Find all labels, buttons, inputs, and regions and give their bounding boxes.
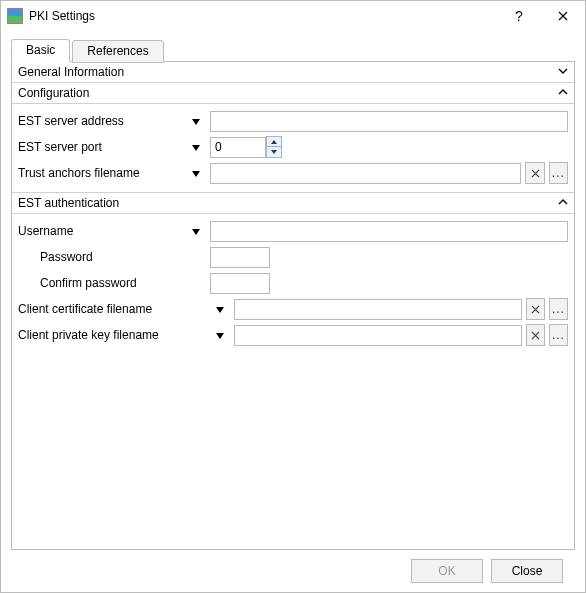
input-username[interactable] xyxy=(210,221,568,242)
tab-basic[interactable]: Basic xyxy=(11,39,70,62)
input-client-cert-filename[interactable] xyxy=(234,299,522,320)
row-password: Password xyxy=(18,244,568,270)
label-confirm-password: Confirm password xyxy=(18,276,137,290)
label-client-cert-filename: Client certificate filename xyxy=(18,302,152,316)
section-title-general-info: General Information xyxy=(18,65,124,79)
x-icon xyxy=(531,169,540,178)
app-icon xyxy=(7,8,23,24)
clear-button[interactable] xyxy=(526,324,545,346)
x-icon xyxy=(531,305,540,314)
clear-button[interactable] xyxy=(526,298,545,320)
section-body-configuration: EST server address EST server port xyxy=(12,104,574,193)
row-username: Username xyxy=(18,218,568,244)
dialog-footer: OK Close xyxy=(11,550,575,592)
spin-up-button[interactable] xyxy=(266,136,282,147)
input-client-priv-key-filename[interactable] xyxy=(234,325,522,346)
ok-button[interactable]: OK xyxy=(411,559,483,583)
close-button[interactable]: Close xyxy=(491,559,563,583)
section-header-general-info[interactable]: General Information xyxy=(12,62,574,83)
section-body-est-auth: Username Password Con xyxy=(12,214,574,354)
clear-button[interactable] xyxy=(525,162,544,184)
dropdown-icon[interactable] xyxy=(216,302,228,316)
browse-button[interactable]: ... xyxy=(549,324,568,346)
window-title: PKI Settings xyxy=(29,9,497,23)
label-est-server-port: EST server port xyxy=(18,140,102,154)
input-trust-anchors-filename[interactable] xyxy=(210,163,521,184)
x-icon xyxy=(531,331,540,340)
dropdown-icon[interactable] xyxy=(192,166,204,180)
tab-page-basic: General Information Configuration EST se… xyxy=(11,61,575,550)
tab-strip: Basic References xyxy=(11,39,575,62)
section-title-configuration: Configuration xyxy=(18,86,89,100)
label-username: Username xyxy=(18,224,73,238)
row-trust-anchors-filename: Trust anchors filename ... xyxy=(18,160,568,186)
label-trust-anchors-filename: Trust anchors filename xyxy=(18,166,140,180)
close-window-button[interactable] xyxy=(541,1,585,31)
dropdown-icon[interactable] xyxy=(192,140,204,154)
input-confirm-password[interactable] xyxy=(210,273,270,294)
row-client-cert-filename: Client certificate filename ... xyxy=(18,296,568,322)
label-est-server-address: EST server address xyxy=(18,114,124,128)
section-header-est-auth[interactable]: EST authentication xyxy=(12,193,574,214)
help-button[interactable]: ? xyxy=(497,1,541,31)
section-header-configuration[interactable]: Configuration xyxy=(12,83,574,104)
dropdown-icon[interactable] xyxy=(216,328,228,342)
spin-down-button[interactable] xyxy=(266,147,282,158)
dropdown-icon[interactable] xyxy=(192,114,204,128)
row-client-priv-key-filename: Client private key filename ... xyxy=(18,322,568,348)
title-bar: PKI Settings ? xyxy=(1,1,585,31)
row-est-server-port: EST server port xyxy=(18,134,568,160)
spin-est-server-port xyxy=(210,136,282,158)
dropdown-icon[interactable] xyxy=(192,224,204,238)
label-password: Password xyxy=(18,250,93,264)
input-password[interactable] xyxy=(210,247,270,268)
section-title-est-auth: EST authentication xyxy=(18,196,119,210)
chevron-down-icon xyxy=(558,65,568,79)
tab-references[interactable]: References xyxy=(72,40,163,63)
input-est-server-address[interactable] xyxy=(210,111,568,132)
label-client-priv-key-filename: Client private key filename xyxy=(18,328,159,342)
row-est-server-address: EST server address xyxy=(18,108,568,134)
browse-button[interactable]: ... xyxy=(549,298,568,320)
browse-button[interactable]: ... xyxy=(549,162,568,184)
chevron-up-icon xyxy=(558,196,568,210)
close-icon xyxy=(558,11,568,21)
chevron-up-icon xyxy=(558,86,568,100)
row-confirm-password: Confirm password xyxy=(18,270,568,296)
input-est-server-port[interactable] xyxy=(210,137,266,158)
